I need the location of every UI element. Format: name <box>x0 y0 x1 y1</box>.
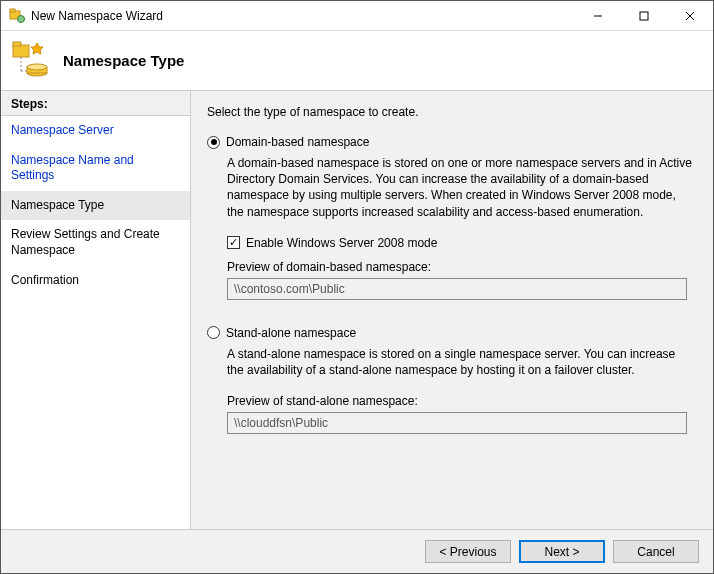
main-area: Steps: Namespace Server Namespace Name a… <box>1 91 713 529</box>
radio-icon <box>207 326 220 339</box>
standalone-preview-field: \\clouddfsn\Public <box>227 412 687 434</box>
step-namespace-name[interactable]: Namespace Name and Settings <box>1 146 190 191</box>
domain-preview-field: \\contoso.com\Public <box>227 278 687 300</box>
checkbox-label: Enable Windows Server 2008 mode <box>246 236 437 250</box>
content-panel: Select the type of namespace to create. … <box>191 91 713 529</box>
svg-rect-1 <box>10 9 15 12</box>
svg-rect-7 <box>13 45 29 57</box>
header-banner: Namespace Type <box>1 31 713 91</box>
svg-rect-8 <box>13 42 21 46</box>
footer-buttons: < Previous Next > Cancel <box>1 529 713 573</box>
checkbox-icon: ✓ <box>227 236 240 249</box>
cancel-button[interactable]: Cancel <box>613 540 699 563</box>
step-namespace-type: Namespace Type <box>1 191 190 221</box>
instruction-text: Select the type of namespace to create. <box>207 105 693 119</box>
checkbox-2008-mode[interactable]: ✓ Enable Windows Server 2008 mode <box>227 236 693 250</box>
titlebar: New Namespace Wizard <box>1 1 713 31</box>
domain-description: A domain-based namespace is stored on on… <box>227 155 693 220</box>
svg-point-13 <box>27 64 47 70</box>
domain-preview-label: Preview of domain-based namespace: <box>227 260 693 274</box>
radio-domain-based[interactable]: Domain-based namespace <box>207 135 693 149</box>
radio-label-domain: Domain-based namespace <box>226 135 369 149</box>
window-controls <box>575 1 713 31</box>
radio-icon <box>207 136 220 149</box>
maximize-button[interactable] <box>621 1 667 31</box>
steps-sidebar: Steps: Namespace Server Namespace Name a… <box>1 91 191 529</box>
wizard-icon <box>11 41 51 81</box>
page-title: Namespace Type <box>63 52 184 69</box>
svg-point-2 <box>18 15 25 22</box>
next-button[interactable]: Next > <box>519 540 605 563</box>
radio-standalone[interactable]: Stand-alone namespace <box>207 326 693 340</box>
radio-label-standalone: Stand-alone namespace <box>226 326 356 340</box>
svg-rect-4 <box>640 12 648 20</box>
app-icon <box>9 8 25 24</box>
standalone-description: A stand-alone namespace is stored on a s… <box>227 346 693 378</box>
standalone-preview-label: Preview of stand-alone namespace: <box>227 394 693 408</box>
steps-header: Steps: <box>1 91 190 116</box>
minimize-button[interactable] <box>575 1 621 31</box>
previous-button[interactable]: < Previous <box>425 540 511 563</box>
step-confirmation: Confirmation <box>1 266 190 296</box>
step-namespace-server[interactable]: Namespace Server <box>1 116 190 146</box>
step-review-settings: Review Settings and Create Namespace <box>1 220 190 265</box>
wizard-window: New Namespace Wizard <box>0 0 714 574</box>
close-button[interactable] <box>667 1 713 31</box>
window-title: New Namespace Wizard <box>31 9 575 23</box>
